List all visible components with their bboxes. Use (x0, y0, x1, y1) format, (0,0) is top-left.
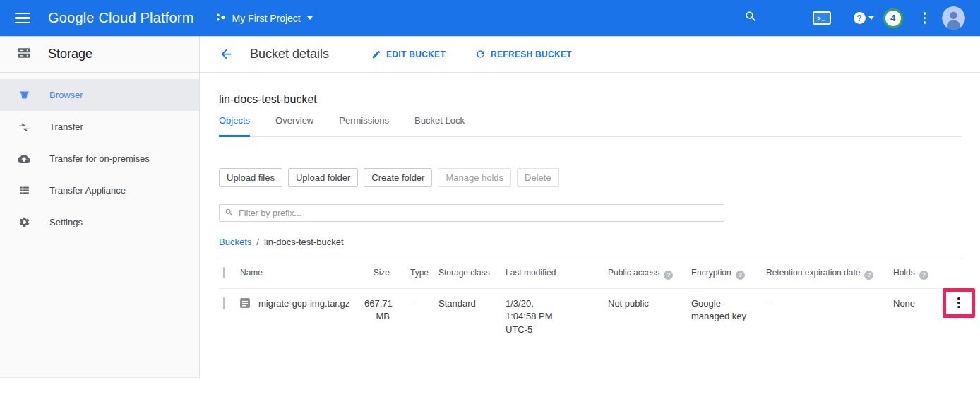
type-cell: – (396, 297, 438, 311)
transfer-arrows-icon (18, 121, 30, 133)
sidebar-item-label: Browser (49, 90, 83, 100)
column-header-storage-class: Storage class (438, 268, 506, 278)
size-cell: 667.71 MB (364, 297, 396, 324)
sidebar-item-label: Transfer for on-premises (49, 153, 150, 164)
chevron-down-icon (868, 16, 874, 20)
notifications-badge[interactable]: 4 (883, 8, 903, 28)
manage-holds-button: Manage holds (438, 168, 511, 187)
sidebar-item-browser[interactable]: Browser (0, 79, 199, 111)
breadcrumb-buckets-link[interactable]: Buckets (219, 237, 251, 247)
upload-folder-button[interactable]: Upload folder (288, 168, 358, 187)
column-header-type: Type (396, 268, 438, 278)
holds-cell: None (893, 297, 937, 311)
help-icon: ? (854, 12, 866, 24)
row-checkbox[interactable] (223, 297, 225, 309)
back-arrow-icon[interactable] (219, 47, 234, 61)
column-header-name: Name (237, 268, 364, 278)
project-name: My First Project (232, 13, 301, 24)
tab-objects[interactable]: Objects (219, 115, 250, 137)
menu-icon[interactable] (15, 10, 30, 27)
retention-cell: – (766, 297, 893, 311)
sidebar-item-label: Settings (49, 217, 83, 227)
gear-icon (18, 216, 30, 228)
refresh-bucket-button[interactable]: REFRESH BUCKET (475, 49, 572, 59)
project-selector-icon (216, 13, 226, 24)
breadcrumb-current: lin-docs-test-bucket (264, 237, 344, 247)
filter-field[interactable] (219, 204, 724, 222)
object-toolbar: Upload files Upload folder Create folder… (219, 168, 962, 187)
storage-product-icon (16, 46, 32, 63)
storage-class-cell: Standard (438, 297, 506, 311)
sidebar-item-transfer[interactable]: Transfer (0, 111, 199, 143)
public-access-cell: Not public (608, 297, 691, 311)
create-folder-button[interactable]: Create folder (364, 168, 432, 187)
appliance-list-icon (18, 184, 30, 196)
sidebar-item-label: Transfer (49, 121, 83, 132)
chevron-down-icon (307, 16, 313, 20)
help-menu[interactable]: ? (854, 12, 874, 24)
product-logo[interactable]: Google Cloud Platform (48, 10, 194, 26)
pencil-icon (371, 49, 381, 59)
bucket-name-heading: lin-docs-test-bucket (219, 93, 962, 106)
help-icon[interactable]: ? (864, 271, 873, 280)
sidebar: Storage Browser Transfer Transfer for on… (0, 36, 200, 378)
help-icon[interactable]: ? (736, 271, 745, 280)
last-modified-cell: 1/3/20, 1:04:58 PM UTC-5 (506, 297, 608, 338)
column-header-retention: Retention expiration date? (766, 268, 893, 280)
upload-files-button[interactable]: Upload files (219, 168, 282, 187)
encryption-cell: Google-managed key (691, 297, 766, 324)
sidebar-item-settings[interactable]: Settings (0, 206, 199, 238)
column-header-encryption: Encryption? (691, 268, 766, 280)
breadcrumb: Buckets / lin-docs-test-bucket (219, 237, 962, 247)
sidebar-header: Storage (0, 36, 199, 73)
table-row: migrate-gcp-img.tar.gz 667.71 MB – Stand… (219, 288, 962, 351)
bucket-icon (18, 89, 30, 101)
refresh-icon (475, 49, 486, 59)
top-app-bar: Google Cloud Platform My First Project >… (0, 0, 980, 36)
column-header-holds: Holds? (893, 268, 937, 280)
tab-permissions[interactable]: Permissions (339, 115, 389, 136)
filter-input[interactable] (239, 208, 719, 218)
tab-overview[interactable]: Overview (275, 115, 313, 136)
page-title: Bucket details (250, 47, 329, 61)
annotation-highlight (943, 288, 975, 318)
sidebar-item-transfer-on-premises[interactable]: Transfer for on-premises (0, 143, 199, 174)
more-options-icon[interactable] (921, 9, 929, 27)
tab-bar: Objects Overview Permissions Bucket Lock (219, 115, 962, 137)
select-all-checkbox[interactable] (223, 267, 225, 278)
row-menu-icon[interactable] (955, 295, 962, 311)
search-icon[interactable] (744, 10, 758, 26)
help-icon[interactable]: ? (919, 271, 928, 280)
tab-bucket-lock[interactable]: Bucket Lock (414, 115, 465, 136)
cloud-shell-icon[interactable]: >_ (813, 11, 831, 25)
column-header-last-modified: Last modified (506, 268, 608, 278)
column-header-size: Size (364, 268, 396, 278)
page-header: Bucket details EDIT BUCKET REFRESH BUCKE… (201, 36, 980, 73)
file-icon (239, 297, 251, 313)
delete-button: Delete (517, 168, 559, 187)
sidebar-item-transfer-appliance[interactable]: Transfer Appliance (0, 174, 199, 206)
sidebar-item-label: Transfer Appliance (49, 185, 126, 196)
help-icon[interactable]: ? (664, 271, 673, 280)
project-switcher[interactable]: My First Project (216, 13, 313, 24)
search-icon (225, 207, 234, 220)
avatar[interactable] (942, 6, 965, 30)
table-header-row: Name Size Type Storage class Last modifi… (219, 256, 962, 288)
breadcrumb-separator: / (256, 237, 259, 247)
sidebar-title: Storage (48, 47, 92, 61)
cloud-upload-icon (18, 153, 30, 165)
object-name-cell[interactable]: migrate-gcp-img.tar.gz (237, 297, 364, 313)
edit-bucket-button[interactable]: EDIT BUCKET (371, 49, 446, 59)
column-header-public-access: Public access? (608, 268, 691, 280)
object-name: migrate-gcp-img.tar.gz (258, 297, 349, 311)
